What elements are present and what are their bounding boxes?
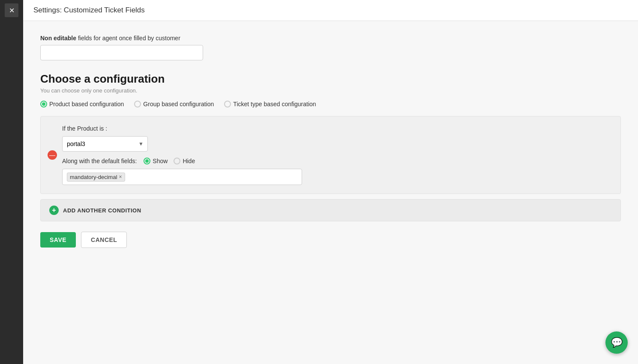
cancel-button[interactable]: CANCEL <box>81 232 127 248</box>
condition-label: If the Product is : <box>62 125 612 132</box>
save-button[interactable]: SAVE <box>40 232 76 248</box>
config-subtitle: You can choose only one configuration. <box>40 87 621 94</box>
non-editable-section: Non editable fields for agent once fille… <box>40 35 621 60</box>
condition-box: — If the Product is : portal3 portal1 po… <box>40 116 621 194</box>
chat-icon: 💬 <box>611 337 623 348</box>
product-select[interactable]: portal3 portal1 portal2 <box>62 136 148 152</box>
radio-show-input[interactable] <box>144 158 150 164</box>
non-editable-bold: Non editable <box>40 35 76 42</box>
chat-bubble[interactable]: 💬 <box>605 331 628 354</box>
radio-ticket-type-input[interactable] <box>224 101 231 107</box>
radio-ticket-type[interactable]: Ticket type based configuration <box>224 101 316 107</box>
config-title: Choose a configuration <box>40 72 621 86</box>
non-editable-rest: fields for agent once filled by customer <box>76 35 180 42</box>
field-tag: mandatory-decimal × <box>67 173 125 182</box>
product-select-wrapper: portal3 portal1 portal2 ▼ <box>62 136 148 152</box>
plus-icon: + <box>49 206 59 215</box>
radio-product-label: Product based configuration <box>49 101 124 107</box>
radio-group-label: Group based configuration <box>143 101 214 107</box>
page-body: Non editable fields for agent once fille… <box>23 21 638 364</box>
radio-ticket-type-label: Ticket type based configuration <box>233 101 316 107</box>
add-condition-label: ADD ANOTHER CONDITION <box>63 207 141 214</box>
radio-product-input[interactable] <box>40 101 47 107</box>
fields-input[interactable]: mandatory-decimal × <box>62 169 302 185</box>
header: Settings: Customized Ticket Fields <box>23 0 638 21</box>
radio-group: Product based configuration Group based … <box>40 101 621 107</box>
radio-hide[interactable]: Hide <box>174 158 195 164</box>
page-title: Settings: Customized Ticket Fields <box>33 6 145 14</box>
tag-label: mandatory-decimal <box>70 174 117 180</box>
radio-group-input[interactable] <box>134 101 141 107</box>
non-editable-input[interactable] <box>40 45 203 60</box>
action-buttons: SAVE CANCEL <box>40 232 621 248</box>
remove-condition-button[interactable]: — <box>48 150 57 160</box>
hide-label: Hide <box>183 158 195 164</box>
show-label: Show <box>153 158 168 164</box>
sidebar-strip: ✕ <box>0 0 23 364</box>
radio-product[interactable]: Product based configuration <box>40 101 124 107</box>
main-content: Settings: Customized Ticket Fields Non e… <box>23 0 638 364</box>
radio-group-option[interactable]: Group based configuration <box>134 101 214 107</box>
close-button[interactable]: ✕ <box>5 3 18 17</box>
along-label: Along with the default fields: <box>62 158 137 164</box>
tag-remove-button[interactable]: × <box>119 174 122 179</box>
show-hide-row: Along with the default fields: Show Hide <box>62 158 612 164</box>
radio-hide-input[interactable] <box>174 158 180 164</box>
config-section: Choose a configuration You can choose on… <box>40 72 621 248</box>
non-editable-label: Non editable fields for agent once fille… <box>40 35 621 42</box>
radio-show[interactable]: Show <box>144 158 168 164</box>
show-hide-options: Show Hide <box>144 158 195 164</box>
add-condition-bar[interactable]: + ADD ANOTHER CONDITION <box>40 199 621 221</box>
minus-icon: — <box>49 152 55 158</box>
